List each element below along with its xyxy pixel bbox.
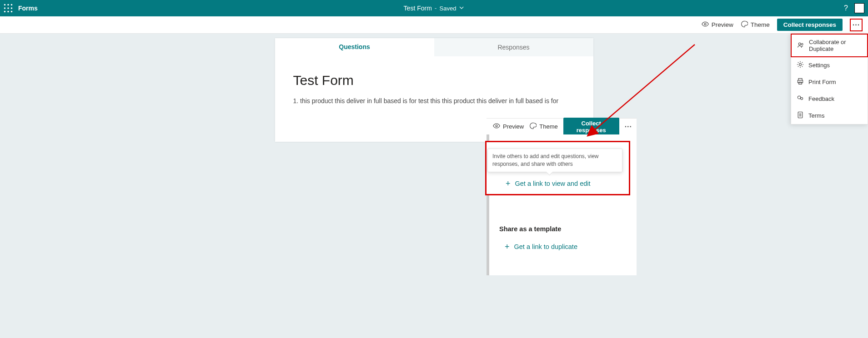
plus-icon: + — [506, 179, 511, 188]
eye-icon — [702, 20, 709, 29]
secondary-preview-button[interactable]: Preview — [493, 122, 524, 131]
menu-collaborate-or-duplicate[interactable]: Collaborate or Duplicate — [791, 34, 868, 57]
palette-icon — [741, 20, 748, 29]
question-number: 1. — [293, 97, 299, 104]
saved-status-label: Saved — [440, 5, 457, 12]
menu-print-label: Print Form — [808, 79, 836, 85]
more-options-dropdown: Collaborate or Duplicate Settings Print … — [791, 34, 868, 124]
menu-settings[interactable]: Settings — [791, 57, 868, 74]
share-template-section: Share as a template + Get a link to dupl… — [489, 225, 637, 251]
svg-point-5 — [11, 7, 13, 9]
tabs-row: Questions Responses — [275, 38, 593, 56]
secondary-toolbar: Preview Theme Collect responses ··· — [487, 118, 637, 134]
svg-point-3 — [4, 7, 6, 9]
secondary-theme-label: Theme — [539, 123, 557, 130]
ellipsis-horizontal-icon: ··· — [853, 21, 860, 29]
top-header: Forms Test Form - Saved ? — [0, 0, 868, 16]
eye-icon — [493, 122, 500, 131]
app-name-label[interactable]: Forms — [18, 5, 38, 12]
svg-point-6 — [4, 11, 6, 13]
tab-questions[interactable]: Questions — [275, 38, 434, 56]
get-link-duplicate-button[interactable]: + Get a link to duplicate — [499, 243, 630, 251]
menu-feedback[interactable]: Feedback — [791, 90, 868, 107]
preview-button[interactable]: Preview — [702, 20, 733, 29]
preview-label: Preview — [712, 21, 733, 28]
view-edit-label: Get a link to view and edit — [515, 180, 591, 187]
svg-rect-13 — [798, 79, 802, 80]
form-name-label: Test Form — [404, 5, 432, 12]
menu-collab-label: Collaborate or Duplicate — [809, 39, 862, 52]
main-content: Questions Responses Test Form 1. this pr… — [0, 34, 868, 137]
feedback-icon — [797, 94, 804, 103]
question-text: this product this deliver in full based … — [300, 97, 558, 104]
tab-responses[interactable]: Responses — [434, 38, 593, 56]
theme-button[interactable]: Theme — [741, 20, 770, 29]
document-icon — [797, 111, 804, 120]
palette-icon — [529, 122, 537, 131]
svg-rect-14 — [798, 80, 803, 83]
svg-point-0 — [4, 4, 6, 6]
secondary-preview-label: Preview — [503, 123, 524, 130]
collect-responses-button[interactable]: Collect responses — [777, 19, 843, 31]
svg-point-7 — [7, 11, 9, 13]
svg-point-17 — [801, 97, 803, 99]
secondary-theme-button[interactable]: Theme — [529, 122, 557, 131]
svg-point-2 — [11, 4, 13, 6]
get-link-view-edit-button[interactable]: + Get a link to view and edit — [487, 178, 629, 188]
app-launcher-icon[interactable] — [4, 4, 13, 13]
toolbar: Preview Theme Collect responses ··· — [0, 16, 868, 34]
menu-terms[interactable]: Terms — [791, 107, 868, 124]
more-options-button[interactable]: ··· — [850, 19, 863, 31]
secondary-collect-responses-button[interactable]: Collect responses — [563, 118, 619, 136]
plus-icon: + — [505, 243, 510, 251]
menu-print-form[interactable]: Print Form — [791, 74, 868, 90]
secondary-more-options-button[interactable]: ··· — [625, 123, 632, 131]
chevron-down-icon — [459, 5, 464, 12]
account-avatar[interactable] — [854, 3, 864, 13]
question-1[interactable]: 1. this product this deliver in full bas… — [275, 97, 593, 109]
menu-terms-label: Terms — [808, 112, 824, 119]
svg-point-4 — [7, 7, 9, 9]
people-icon — [797, 41, 804, 50]
svg-point-8 — [11, 11, 13, 13]
help-icon[interactable]: ? — [844, 4, 848, 12]
collaborate-highlight-box: Invite others to add and edit questions,… — [485, 141, 630, 195]
gear-icon — [797, 61, 804, 70]
share-template-heading: Share as a template — [499, 225, 630, 233]
menu-feedback-label: Feedback — [808, 95, 834, 102]
menu-settings-label: Settings — [808, 62, 830, 69]
svg-point-10 — [798, 43, 801, 45]
svg-point-22 — [496, 125, 497, 127]
svg-point-1 — [7, 4, 9, 6]
duplicate-label: Get a link to duplicate — [514, 243, 577, 250]
collaborate-tooltip-text: Invite others to add and edit questions,… — [492, 153, 598, 167]
printer-icon — [797, 78, 804, 86]
svg-point-11 — [801, 43, 803, 45]
form-title-heading[interactable]: Test Form — [275, 56, 593, 97]
collaborate-panel: Invite others to add and edit questions,… — [487, 134, 637, 275]
svg-point-9 — [704, 23, 706, 25]
svg-point-12 — [799, 64, 802, 66]
theme-label: Theme — [751, 21, 770, 28]
svg-rect-15 — [799, 82, 802, 84]
svg-point-16 — [798, 96, 800, 99]
collaborate-tooltip: Invite others to add and edit questions,… — [487, 149, 622, 172]
form-title-center[interactable]: Test Form - Saved — [404, 5, 465, 12]
